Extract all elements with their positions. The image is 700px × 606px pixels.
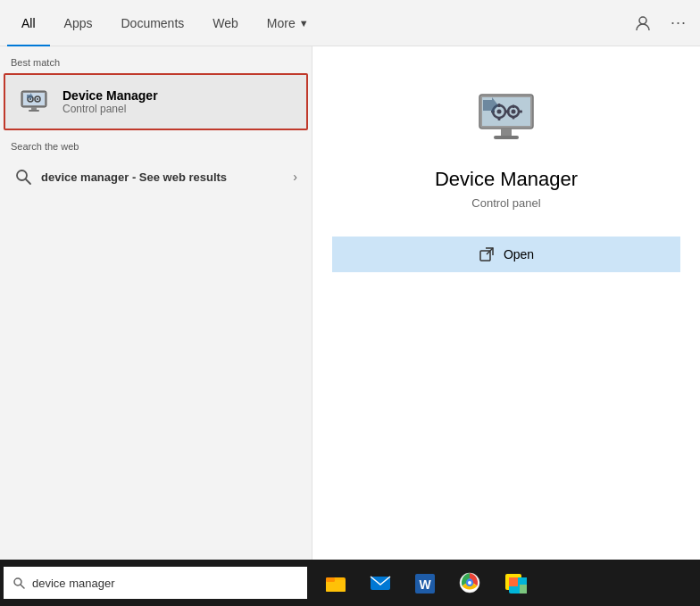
svg-rect-46: [520, 585, 527, 594]
device-manager-large-icon: [474, 86, 538, 150]
svg-text:W: W: [419, 577, 431, 592]
sticky-notes-icon: [502, 570, 527, 595]
nav-icon-area: ···: [629, 9, 693, 37]
main-layout: Best match: [0, 46, 700, 560]
best-match-subtitle: Control panel: [62, 103, 158, 115]
svg-line-11: [26, 179, 30, 184]
ellipsis-icon: ···: [671, 13, 687, 32]
best-match-title: Device Manager: [62, 88, 158, 103]
best-match-label: Best match: [0, 46, 312, 73]
taskbar-mail[interactable]: [359, 560, 402, 606]
svg-rect-14: [501, 129, 512, 136]
taskbar-word[interactable]: W: [404, 560, 446, 606]
svg-rect-25: [512, 116, 515, 120]
open-button[interactable]: Open: [332, 237, 680, 272]
svg-rect-26: [506, 111, 510, 113]
web-search-item[interactable]: device manager - See web results ›: [4, 159, 308, 195]
app-large-icon-container: [471, 82, 542, 154]
mail-icon: [368, 570, 393, 595]
person-icon: [635, 15, 651, 31]
left-panel: Best match: [0, 46, 312, 560]
file-explorer-icon: [323, 570, 348, 595]
web-search-text: device manager - See web results: [41, 170, 293, 184]
svg-rect-45: [509, 577, 518, 586]
more-dropdown-arrow: ▼: [299, 18, 309, 29]
taskbar-search-bar[interactable]: device manager: [4, 567, 307, 599]
taskbar-chrome[interactable]: [448, 560, 491, 606]
web-section-label: Search the web: [0, 130, 312, 157]
more-options-button[interactable]: ···: [664, 9, 693, 37]
top-nav: All Apps Documents Web More ▼ ···: [0, 0, 700, 46]
person-icon-button[interactable]: [629, 9, 657, 37]
app-large-subtitle: Control panel: [471, 196, 540, 210]
svg-rect-7: [31, 107, 37, 110]
svg-point-42: [468, 581, 471, 585]
taskbar-pinned-icons: W: [314, 560, 536, 606]
tab-all[interactable]: All: [7, 0, 50, 46]
search-icon: [14, 168, 32, 186]
svg-point-31: [14, 578, 21, 585]
svg-rect-35: [326, 577, 335, 582]
taskbar: device manager W: [0, 560, 700, 606]
svg-rect-19: [498, 117, 501, 120]
device-manager-small-icon: [18, 86, 50, 118]
best-match-text: Device Manager Control panel: [62, 88, 158, 115]
tab-documents[interactable]: Documents: [106, 0, 198, 46]
svg-point-6: [37, 98, 38, 100]
taskbar-search-text: device manager: [32, 577, 115, 590]
svg-line-32: [21, 585, 25, 589]
taskbar-file-explorer[interactable]: [314, 560, 357, 606]
svg-point-23: [512, 110, 516, 114]
svg-rect-15: [494, 136, 519, 139]
device-manager-icon: [16, 84, 52, 120]
svg-point-17: [497, 110, 502, 114]
tab-more[interactable]: More ▼: [253, 0, 323, 46]
svg-rect-8: [29, 110, 39, 112]
open-icon: [479, 246, 495, 262]
svg-point-10: [17, 170, 27, 180]
chrome-icon: [457, 570, 482, 595]
right-panel: Device Manager Control panel Open: [312, 46, 700, 560]
chevron-right-icon: ›: [293, 170, 297, 184]
app-large-title: Device Manager: [435, 168, 578, 191]
tab-web[interactable]: Web: [198, 0, 253, 46]
svg-rect-24: [512, 105, 515, 109]
best-match-device-manager[interactable]: Device Manager Control panel: [4, 73, 308, 130]
word-icon: W: [412, 570, 438, 595]
svg-rect-2: [23, 93, 45, 105]
svg-point-0: [639, 17, 646, 24]
svg-rect-27: [520, 111, 523, 113]
taskbar-sticky-notes[interactable]: [493, 560, 536, 606]
taskbar-search-icon: [12, 577, 25, 589]
tab-apps[interactable]: Apps: [50, 0, 107, 46]
